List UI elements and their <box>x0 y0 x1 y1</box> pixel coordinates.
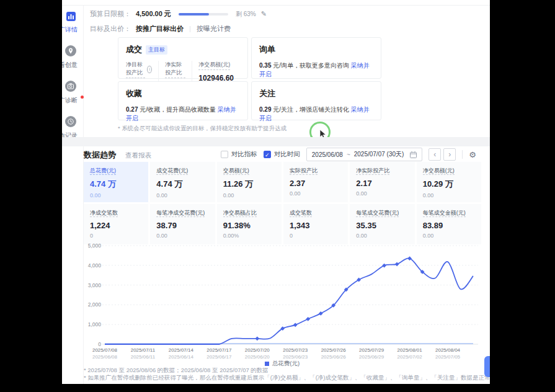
metric-label: 净成交笔数 <box>90 209 142 217</box>
goal-price: 0.27 <box>126 106 138 113</box>
metric-label: 交易额(元) <box>223 167 275 175</box>
goal-card-title: 关注 <box>259 88 275 99</box>
trend-chart: 01,0002,0003,0004,0005,0002025/07/082025… <box>84 238 481 361</box>
metric-card-0[interactable]: 总花费(元)4.74 万0.00 <box>84 162 148 202</box>
next-period-button[interactable]: › <box>443 148 456 161</box>
metric-value: 11.26 万 <box>223 179 275 190</box>
date-pager: ‹ › <box>428 148 456 161</box>
goal-metric-label: 净实际投产比 <box>165 61 185 78</box>
budget-progress-bar <box>179 13 228 16</box>
controls-divider <box>462 150 463 159</box>
metric-label: 总花费(元) <box>90 167 142 175</box>
goal-bid-row: 目标及出价： 按推广目标出价 按曝光计费 <box>90 24 231 33</box>
goal-card-inquiry: 询单 0.35 元/询单，获取更多意向咨询 采纳并开启 <box>251 37 381 79</box>
screen: 广详情 看创意 广诊断 作记录 <box>0 0 555 392</box>
goal-card-follow: 关注 0.29 元/关注，增强店铺关注转化 采纳并开启 <box>251 81 381 120</box>
svg-text:2025/07/11: 2025/07/11 <box>131 347 156 353</box>
metric-value: 38.79 <box>156 221 208 230</box>
metric-value: 91.38% <box>223 221 275 230</box>
goal-price: 0.29 <box>259 106 271 113</box>
svg-text:2025/06/08: 2025/06/08 <box>92 354 118 360</box>
metric-label: 净交易额占比 <box>223 209 275 217</box>
trend-controls: 对比指标 ✓ 对比时间 2025/06/08 ~ 2025/07/07 (30天… <box>221 148 476 161</box>
metric-value: 4.74 万 <box>90 179 142 190</box>
goal-card-favorite: 收藏 0.27 元/收藏，提升商品收藏数量 采纳并开启 <box>118 81 248 120</box>
sidebar-item-label: 广诊断 <box>62 96 78 105</box>
compare-time-label: 对比时间 <box>274 150 300 159</box>
svg-text:2025/07/17: 2025/07/17 <box>206 347 232 353</box>
metric-value: 2.17 <box>356 179 408 188</box>
section-gap <box>62 137 490 146</box>
gear-icon[interactable]: ⚙ <box>469 150 476 159</box>
goal-desc: 元/询单，获取更多意向咨询 <box>273 62 349 69</box>
svg-text:2025/08/04: 2025/08/04 <box>435 347 461 353</box>
main-panel: 广详情 看创意 广诊断 作记录 <box>62 0 490 384</box>
legend-label: 总花费(元) <box>272 360 300 367</box>
goal-cards: 成交 主目标 净目标投产比i 2.45✎ 净实际投产比 2.17 净交易额(元)… <box>118 37 381 120</box>
svg-text:2025/07/05: 2025/07/05 <box>435 354 461 360</box>
sidebar-item-label: 广详情 <box>62 25 78 34</box>
metric-card-5[interactable]: 净交易额(元)10.29 万0.00 <box>417 162 481 202</box>
side-floating-button[interactable] <box>484 356 490 377</box>
metric-card-3[interactable]: 实际投产比2.370.00 <box>283 162 348 202</box>
svg-text:4,000: 4,000 <box>88 262 102 269</box>
budget-edit-icon[interactable]: ✎ <box>261 10 267 18</box>
svg-text:2025/06/14: 2025/06/14 <box>169 354 194 360</box>
goal-card-title: 询单 <box>259 44 275 55</box>
top-divider <box>62 5 490 6</box>
svg-text:2025/06/11: 2025/06/11 <box>131 354 156 360</box>
sidebar-item-creative[interactable]: 看创意 <box>62 45 83 69</box>
checkbox-checked-icon[interactable]: ✓ <box>264 151 271 158</box>
metric-compare-value: 0.00 <box>156 192 208 198</box>
svg-text:5,000: 5,000 <box>88 243 102 249</box>
compare-metric-checkbox[interactable]: 对比指标 <box>221 150 257 159</box>
tab-bid-by-goal[interactable]: 按推广目标出价 <box>136 24 184 33</box>
metric-value: 4.74 万 <box>156 179 208 190</box>
goal-card-deal: 成交 主目标 净目标投产比i 2.45✎ 净实际投产比 2.17 净交易额(元)… <box>118 37 248 79</box>
sidebar-item-promo-details[interactable]: 广详情 <box>62 12 83 34</box>
svg-text:2025/06/26: 2025/06/26 <box>321 354 347 360</box>
metric-card-1[interactable]: 成交花费(元)4.74 万0.00 <box>150 162 215 202</box>
metric-compare-value: 0.00 <box>423 192 475 198</box>
budget-label: 预算日限额： <box>90 9 131 19</box>
metric-label: 实际投产比 <box>290 167 342 175</box>
svg-text:2025/06/23: 2025/06/23 <box>283 354 308 360</box>
sidebar-item-diagnosis[interactable]: 广诊断 <box>62 81 83 105</box>
metric-label: 每笔净成交花费(元) <box>156 209 208 217</box>
metric-compare-value: 0.00 <box>290 190 342 197</box>
compare-time-checkbox[interactable]: ✓ 对比时间 <box>264 150 300 159</box>
goal-desc: 元/关注，增强店铺关注转化 <box>273 106 349 113</box>
budget-row: 预算日限额： 4,500.00 元 剩 63% ✎ <box>90 9 267 19</box>
date-separator: ~ <box>347 151 350 158</box>
metric-value: 83.89 <box>423 221 475 230</box>
goal-card-title: 成交 <box>126 44 142 55</box>
date-range-picker[interactable]: 2025/06/08 ~ 2025/07/07 (30天) <box>306 148 423 161</box>
view-report-link[interactable]: 查看报表 <box>125 151 151 160</box>
svg-text:1,000: 1,000 <box>88 321 102 327</box>
goal-note: * 系统会尽可能达成你设置的目标，保持稳定投放有助于提升达成 <box>118 125 286 133</box>
footnote-2: * 如果推广在暂停或删除前已经获得了曝光，那么在暂停或重建后展示「(净)交易额」… <box>84 374 490 382</box>
budget-value: 4,500.00 元 <box>136 9 171 19</box>
metric-grid: 总花费(元)4.74 万0.00成交花费(元)4.74 万0.00交易额(元)1… <box>84 162 481 244</box>
metric-card-2[interactable]: 交易额(元)11.26 万0.00 <box>217 162 282 202</box>
svg-text:2025/07/29: 2025/07/29 <box>359 347 384 353</box>
metric-label: 成交笔数 <box>290 209 342 217</box>
metric-label: 每笔成交花费(元) <box>356 209 408 217</box>
budget-remaining: 剩 63% <box>236 10 256 19</box>
metric-compare-value: 0.00 <box>223 192 275 198</box>
legend-swatch <box>265 362 269 366</box>
info-icon[interactable]: i <box>147 66 152 73</box>
svg-text:2,000: 2,000 <box>88 301 102 308</box>
tab-divider <box>190 26 190 32</box>
checkbox-icon[interactable] <box>221 151 228 158</box>
svg-text:2025/06/29: 2025/06/29 <box>359 354 384 360</box>
metric-value: 1,224 <box>90 221 142 230</box>
promo-details-icon <box>66 12 76 21</box>
date-start: 2025/06/08 <box>312 151 343 158</box>
compare-metric-label: 对比指标 <box>231 150 257 159</box>
prev-period-button[interactable]: ‹ <box>428 148 441 161</box>
goal-card-title: 收藏 <box>126 88 142 99</box>
metric-card-4[interactable]: 净实际投产比2.170.00 <box>350 162 414 202</box>
svg-text:2025/06/20: 2025/06/20 <box>245 354 270 360</box>
tab-bid-by-impression[interactable]: 按曝光计费 <box>197 24 231 33</box>
